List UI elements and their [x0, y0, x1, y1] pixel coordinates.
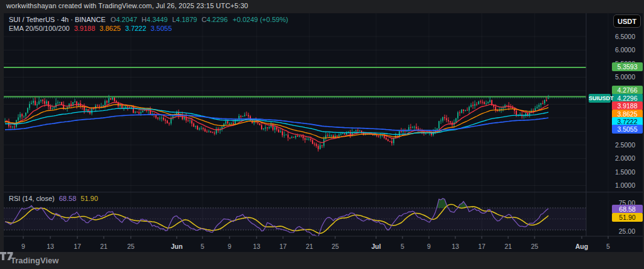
ohlc-h: H4.3449	[142, 16, 168, 23]
time-tick-label: 25	[521, 242, 548, 251]
ema-value-100: 3.7222	[125, 25, 147, 32]
ohlc-c: C4.2296	[201, 16, 228, 23]
price-label-badge: 68.58	[612, 205, 643, 214]
time-tick-label: 13	[441, 242, 469, 251]
tradingview-logo-text[interactable]: TradingView	[11, 256, 58, 265]
rsi-value: 68.58	[59, 195, 77, 202]
price-label-badge: 3.9188	[612, 101, 643, 110]
chart-canvas[interactable]	[4, 13, 643, 252]
price-tick-label: 25.00	[604, 227, 639, 236]
ohlc-values: O4.2047H4.3449L4.1879C4.2296	[111, 16, 228, 23]
time-tick-label: 25	[321, 242, 349, 251]
time-tick-label: 5	[389, 242, 416, 251]
time-tick-label: 17	[468, 242, 496, 251]
price-tick-label: 6.5000	[604, 32, 639, 41]
symbol-price-tag: SUIUSDT	[589, 94, 611, 103]
price-tick-label: 2.5000	[604, 140, 639, 149]
time-tick-label: 9	[415, 242, 443, 251]
price-label-badge: 3.5055	[612, 125, 643, 134]
ohlc-o: O4.2047	[111, 16, 137, 23]
ema-value-20: 3.9188	[74, 25, 96, 32]
price-tick-label: 2.0000	[604, 154, 639, 163]
rsi-title: RSI (14, close)	[9, 195, 55, 202]
symbol-legend[interactable]: SUI / TetherUS · 4h · BINANCE O4.2047H4.…	[9, 16, 288, 23]
chart-widget	[4, 13, 643, 252]
time-tick-label: 25	[117, 242, 145, 251]
price-tick-label: 5.0000	[604, 72, 639, 81]
symbol-title: SUI / TetherUS · 4h · BINANCE	[9, 16, 106, 23]
attribution-text: workwithshayan created with TradingView.…	[6, 2, 248, 9]
ohlc-l: L4.1879	[172, 16, 197, 23]
ema-value-50: 3.8625	[99, 25, 121, 32]
price-tick-label: 1.5000	[604, 168, 639, 176]
time-tick-label: 17	[64, 242, 91, 251]
footer-bar: TradingView	[0, 252, 644, 269]
attribution-bar: workwithshayan created with TradingView.…	[0, 0, 644, 13]
time-tick-label: 21	[296, 242, 323, 251]
time-tick-label: 13	[243, 242, 270, 251]
price-tick-label: 1.0000	[604, 181, 639, 190]
price-change: +0.0249 (+0.59%)	[233, 16, 288, 23]
time-tick-label: Jun	[163, 242, 191, 251]
rsi-ma-value: 51.90	[80, 195, 98, 202]
time-tick-label: 13	[36, 242, 64, 251]
time-tick-label: 21	[90, 242, 118, 251]
currency-toggle-button[interactable]: USDT	[613, 14, 641, 28]
price-label-badge: 51.90	[612, 213, 643, 222]
price-label-badge: 4.2766	[612, 86, 643, 94]
time-tick-label: 9	[216, 242, 243, 251]
time-tick-label: 9	[9, 242, 37, 251]
ema-title: EMA 20/50/100/200	[9, 25, 70, 32]
time-tick-label: 21	[494, 242, 522, 251]
price-label-badge: 5.3593	[612, 62, 643, 71]
tradingview-snapshot: workwithshayan created with TradingView.…	[0, 0, 644, 269]
time-tick-label: 5	[594, 242, 622, 251]
rsi-legend[interactable]: RSI (14, close) 68.58 51.90	[9, 195, 98, 202]
price-tick-label: 6.0000	[604, 45, 639, 54]
time-tick-label: 17	[269, 242, 297, 251]
ema-legend[interactable]: EMA 20/50/100/200 3.91883.86253.72223.50…	[9, 25, 172, 32]
ema-value-200: 3.5055	[151, 25, 172, 32]
time-tick-label: 5	[189, 242, 216, 251]
ema-values: 3.91883.86253.72223.5055	[74, 25, 172, 32]
time-tick-label: Jul	[362, 242, 390, 251]
time-tick-label: Aug	[568, 242, 596, 251]
